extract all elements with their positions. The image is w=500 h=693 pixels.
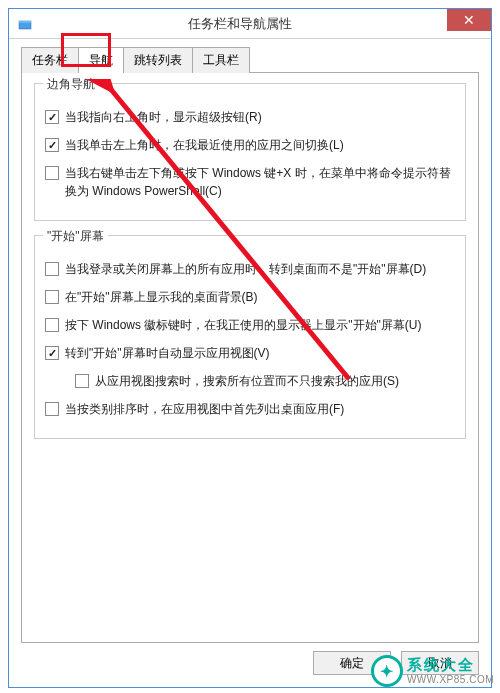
content-area: 任务栏 导航 跳转列表 工具栏 边角导航 当我指向右上角时，显示超级按钮(R) — [9, 39, 491, 643]
checkbox-row: 当我登录或关闭屏幕上的所有应用时，转到桌面而不是"开始"屏幕(D) — [45, 260, 455, 278]
tab-toolbar[interactable]: 工具栏 — [192, 47, 250, 73]
watermark-url: WWW.XP85.COM — [407, 674, 494, 685]
checkbox-label[interactable]: 从应用视图搜索时，搜索所有位置而不只搜索我的应用(S) — [95, 372, 455, 390]
close-button[interactable]: ✕ — [447, 9, 491, 31]
tab-panel-navigation: 边角导航 当我指向右上角时，显示超级按钮(R) 当我单击左上角时，在我最近使用的… — [21, 72, 479, 643]
group-corner-navigation: 边角导航 当我指向右上角时，显示超级按钮(R) 当我单击左上角时，在我最近使用的… — [34, 83, 466, 221]
watermark-title: 系统大全 — [407, 657, 494, 674]
checkbox-search-everywhere[interactable] — [75, 374, 89, 388]
checkbox-row: 当我指向右上角时，显示超级按钮(R) — [45, 108, 455, 126]
tab-label: 导航 — [89, 53, 113, 67]
checkbox-row: 当我单击左上角时，在我最近使用的应用之间切换(L) — [45, 136, 455, 154]
button-label: 确定 — [340, 655, 364, 672]
checkbox-row: 从应用视图搜索时，搜索所有位置而不只搜索我的应用(S) — [75, 372, 455, 390]
checkbox-row: 按下 Windows 徽标键时，在我正使用的显示器上显示"开始"屏幕(U) — [45, 316, 455, 334]
checkbox-desktop-bg[interactable] — [45, 290, 59, 304]
tab-taskbar[interactable]: 任务栏 — [21, 47, 79, 73]
window-title: 任务栏和导航属性 — [33, 15, 447, 33]
watermark: ✦ 系统大全 WWW.XP85.COM — [371, 655, 494, 687]
checkbox-desktop-apps-first[interactable] — [45, 402, 59, 416]
tab-navigation[interactable]: 导航 — [78, 47, 124, 73]
group-start-screen: "开始"屏幕 当我登录或关闭屏幕上的所有应用时，转到桌面而不是"开始"屏幕(D)… — [34, 235, 466, 439]
checkbox-label[interactable]: 当我单击左上角时，在我最近使用的应用之间切换(L) — [65, 136, 455, 154]
checkbox-switch-apps[interactable] — [45, 138, 59, 152]
checkbox-auto-appsview[interactable] — [45, 346, 59, 360]
checkbox-row: 转到"开始"屏幕时自动显示应用视图(V) — [45, 344, 455, 362]
checkbox-label[interactable]: 按下 Windows 徽标键时，在我正使用的显示器上显示"开始"屏幕(U) — [65, 316, 455, 334]
checkbox-winkey-display[interactable] — [45, 318, 59, 332]
checkbox-row: 当按类别排序时，在应用视图中首先列出桌面应用(F) — [45, 400, 455, 418]
watermark-logo-icon: ✦ — [371, 655, 403, 687]
checkbox-row: 当我右键单击左下角或按下 Windows 键+X 时，在菜单中将命令提示符替换为… — [45, 164, 455, 200]
checkbox-show-charms[interactable] — [45, 110, 59, 124]
checkbox-label[interactable]: 当按类别排序时，在应用视图中首先列出桌面应用(F) — [65, 400, 455, 418]
checkbox-boot-desktop[interactable] — [45, 262, 59, 276]
app-icon — [17, 16, 33, 32]
tab-jumplist[interactable]: 跳转列表 — [123, 47, 193, 73]
tab-label: 任务栏 — [32, 53, 68, 67]
tab-label: 工具栏 — [203, 53, 239, 67]
checkbox-label[interactable]: 转到"开始"屏幕时自动显示应用视图(V) — [65, 344, 455, 362]
checkbox-row: 在"开始"屏幕上显示我的桌面背景(B) — [45, 288, 455, 306]
tab-label: 跳转列表 — [134, 53, 182, 67]
checkbox-label[interactable]: 在"开始"屏幕上显示我的桌面背景(B) — [65, 288, 455, 306]
checkbox-label[interactable]: 当我登录或关闭屏幕上的所有应用时，转到桌面而不是"开始"屏幕(D) — [65, 260, 455, 278]
tab-strip: 任务栏 导航 跳转列表 工具栏 — [21, 47, 479, 73]
close-icon: ✕ — [463, 12, 475, 28]
watermark-text: 系统大全 WWW.XP85.COM — [407, 657, 494, 685]
group-title: 边角导航 — [43, 76, 99, 93]
svg-rect-1 — [19, 21, 31, 23]
group-title: "开始"屏幕 — [43, 228, 108, 245]
checkbox-powershell[interactable] — [45, 166, 59, 180]
dialog-window: 任务栏和导航属性 ✕ 任务栏 导航 跳转列表 工具栏 边角导航 — [8, 8, 492, 688]
checkbox-label[interactable]: 当我指向右上角时，显示超级按钮(R) — [65, 108, 455, 126]
checkbox-label[interactable]: 当我右键单击左下角或按下 Windows 键+X 时，在菜单中将命令提示符替换为… — [65, 164, 455, 200]
titlebar: 任务栏和导航属性 ✕ — [9, 9, 491, 39]
